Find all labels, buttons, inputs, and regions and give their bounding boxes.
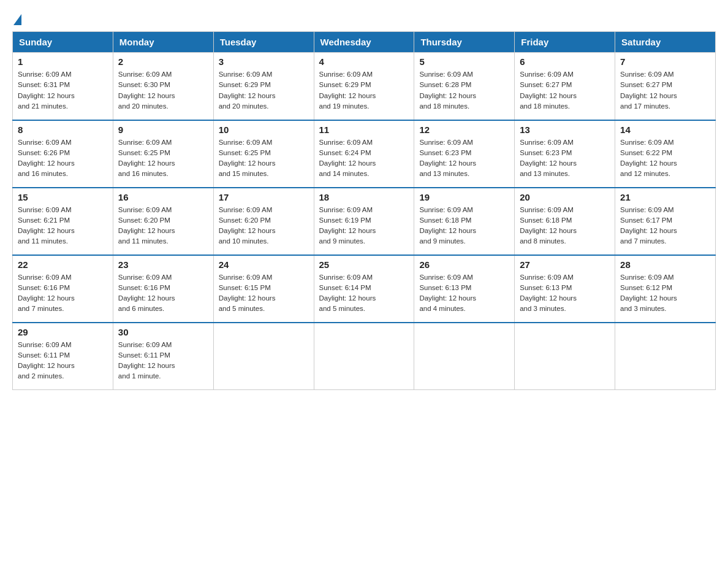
- calendar-cell: 28Sunrise: 6:09 AMSunset: 6:12 PMDayligh…: [615, 255, 716, 323]
- day-info: Sunrise: 6:09 AMSunset: 6:16 PMDaylight:…: [18, 272, 108, 315]
- weekday-header-thursday: Thursday: [414, 32, 515, 53]
- day-info: Sunrise: 6:09 AMSunset: 6:25 PMDaylight:…: [118, 137, 208, 180]
- day-info: Sunrise: 6:09 AMSunset: 6:25 PMDaylight:…: [219, 137, 309, 180]
- calendar-cell: 19Sunrise: 6:09 AMSunset: 6:18 PMDayligh…: [414, 188, 515, 255]
- day-info: Sunrise: 6:09 AMSunset: 6:29 PMDaylight:…: [219, 69, 309, 112]
- day-number: 20: [520, 192, 610, 202]
- day-info: Sunrise: 6:09 AMSunset: 6:21 PMDaylight:…: [18, 205, 108, 247]
- day-info: Sunrise: 6:09 AMSunset: 6:20 PMDaylight:…: [118, 205, 208, 247]
- page-header: [12, 12, 716, 25]
- calendar-week-row: 15Sunrise: 6:09 AMSunset: 6:21 PMDayligh…: [13, 188, 716, 255]
- day-number: 25: [319, 259, 409, 270]
- calendar-cell: 20Sunrise: 6:09 AMSunset: 6:18 PMDayligh…: [515, 188, 615, 255]
- day-number: 26: [419, 259, 509, 270]
- day-number: 9: [118, 124, 208, 135]
- day-info: Sunrise: 6:09 AMSunset: 6:19 PMDaylight:…: [319, 205, 409, 247]
- calendar-week-row: 22Sunrise: 6:09 AMSunset: 6:16 PMDayligh…: [13, 255, 716, 323]
- day-info: Sunrise: 6:09 AMSunset: 6:13 PMDaylight:…: [520, 272, 610, 315]
- day-info: Sunrise: 6:09 AMSunset: 6:23 PMDaylight:…: [520, 137, 610, 180]
- calendar-header-row: SundayMondayTuesdayWednesdayThursdayFrid…: [13, 32, 716, 53]
- calendar-cell: 22Sunrise: 6:09 AMSunset: 6:16 PMDayligh…: [13, 255, 113, 323]
- day-number: 19: [419, 192, 509, 202]
- logo-triangle-icon: [13, 14, 21, 25]
- calendar-table: SundayMondayTuesdayWednesdayThursdayFrid…: [12, 31, 716, 390]
- calendar-cell: 12Sunrise: 6:09 AMSunset: 6:23 PMDayligh…: [414, 120, 515, 188]
- calendar-cell: 27Sunrise: 6:09 AMSunset: 6:13 PMDayligh…: [515, 255, 615, 323]
- day-number: 21: [620, 192, 710, 202]
- day-info: Sunrise: 6:09 AMSunset: 6:30 PMDaylight:…: [118, 69, 208, 112]
- calendar-cell: [414, 323, 515, 390]
- weekday-header-wednesday: Wednesday: [314, 32, 414, 53]
- day-number: 8: [18, 124, 108, 135]
- weekday-header-sunday: Sunday: [13, 32, 113, 53]
- calendar-cell: 9Sunrise: 6:09 AMSunset: 6:25 PMDaylight…: [113, 120, 213, 188]
- calendar-week-row: 1Sunrise: 6:09 AMSunset: 6:31 PMDaylight…: [13, 53, 716, 120]
- calendar-cell: 30Sunrise: 6:09 AMSunset: 6:11 PMDayligh…: [113, 323, 213, 390]
- day-number: 3: [219, 56, 309, 67]
- day-number: 18: [319, 192, 409, 202]
- day-info: Sunrise: 6:09 AMSunset: 6:13 PMDaylight:…: [419, 272, 509, 315]
- calendar-cell: 7Sunrise: 6:09 AMSunset: 6:27 PMDaylight…: [615, 53, 716, 120]
- day-number: 15: [18, 192, 108, 202]
- day-info: Sunrise: 6:09 AMSunset: 6:16 PMDaylight:…: [118, 272, 208, 315]
- calendar-cell: 3Sunrise: 6:09 AMSunset: 6:29 PMDaylight…: [213, 53, 314, 120]
- calendar-cell: 17Sunrise: 6:09 AMSunset: 6:20 PMDayligh…: [213, 188, 314, 255]
- calendar-cell: 6Sunrise: 6:09 AMSunset: 6:27 PMDaylight…: [515, 53, 615, 120]
- calendar-cell: 23Sunrise: 6:09 AMSunset: 6:16 PMDayligh…: [113, 255, 213, 323]
- day-info: Sunrise: 6:09 AMSunset: 6:14 PMDaylight:…: [319, 272, 409, 315]
- calendar-cell: 16Sunrise: 6:09 AMSunset: 6:20 PMDayligh…: [113, 188, 213, 255]
- calendar-cell: 10Sunrise: 6:09 AMSunset: 6:25 PMDayligh…: [213, 120, 314, 188]
- logo: [12, 12, 21, 25]
- day-number: 11: [319, 124, 409, 135]
- day-info: Sunrise: 6:09 AMSunset: 6:29 PMDaylight:…: [319, 69, 409, 112]
- day-info: Sunrise: 6:09 AMSunset: 6:11 PMDaylight:…: [18, 340, 108, 382]
- calendar-cell: 4Sunrise: 6:09 AMSunset: 6:29 PMDaylight…: [314, 53, 414, 120]
- weekday-header-friday: Friday: [515, 32, 615, 53]
- day-number: 10: [219, 124, 309, 135]
- weekday-header-tuesday: Tuesday: [213, 32, 314, 53]
- day-number: 6: [520, 56, 610, 67]
- day-info: Sunrise: 6:09 AMSunset: 6:20 PMDaylight:…: [219, 205, 309, 247]
- day-number: 13: [520, 124, 610, 135]
- calendar-week-row: 8Sunrise: 6:09 AMSunset: 6:26 PMDaylight…: [13, 120, 716, 188]
- calendar-cell: 5Sunrise: 6:09 AMSunset: 6:28 PMDaylight…: [414, 53, 515, 120]
- day-info: Sunrise: 6:09 AMSunset: 6:22 PMDaylight:…: [620, 137, 710, 180]
- day-info: Sunrise: 6:09 AMSunset: 6:12 PMDaylight:…: [620, 272, 710, 315]
- calendar-cell: 26Sunrise: 6:09 AMSunset: 6:13 PMDayligh…: [414, 255, 515, 323]
- day-info: Sunrise: 6:09 AMSunset: 6:17 PMDaylight:…: [620, 205, 710, 247]
- calendar-cell: 14Sunrise: 6:09 AMSunset: 6:22 PMDayligh…: [615, 120, 716, 188]
- day-number: 24: [219, 259, 309, 270]
- calendar-cell: 24Sunrise: 6:09 AMSunset: 6:15 PMDayligh…: [213, 255, 314, 323]
- day-number: 2: [118, 56, 208, 67]
- day-number: 28: [620, 259, 710, 270]
- day-number: 17: [219, 192, 309, 202]
- day-info: Sunrise: 6:09 AMSunset: 6:27 PMDaylight:…: [520, 69, 610, 112]
- calendar-cell: 21Sunrise: 6:09 AMSunset: 6:17 PMDayligh…: [615, 188, 716, 255]
- day-number: 1: [18, 56, 108, 67]
- calendar-cell: 25Sunrise: 6:09 AMSunset: 6:14 PMDayligh…: [314, 255, 414, 323]
- weekday-header-monday: Monday: [113, 32, 213, 53]
- day-number: 14: [620, 124, 710, 135]
- day-info: Sunrise: 6:09 AMSunset: 6:15 PMDaylight:…: [219, 272, 309, 315]
- day-info: Sunrise: 6:09 AMSunset: 6:28 PMDaylight:…: [419, 69, 509, 112]
- calendar-cell: 8Sunrise: 6:09 AMSunset: 6:26 PMDaylight…: [13, 120, 113, 188]
- calendar-cell: 29Sunrise: 6:09 AMSunset: 6:11 PMDayligh…: [13, 323, 113, 390]
- calendar-cell: 2Sunrise: 6:09 AMSunset: 6:30 PMDaylight…: [113, 53, 213, 120]
- day-number: 22: [18, 259, 108, 270]
- day-info: Sunrise: 6:09 AMSunset: 6:18 PMDaylight:…: [520, 205, 610, 247]
- calendar-cell: [615, 323, 716, 390]
- calendar-cell: 18Sunrise: 6:09 AMSunset: 6:19 PMDayligh…: [314, 188, 414, 255]
- calendar-cell: [515, 323, 615, 390]
- day-number: 7: [620, 56, 710, 67]
- calendar-cell: [213, 323, 314, 390]
- calendar-cell: 13Sunrise: 6:09 AMSunset: 6:23 PMDayligh…: [515, 120, 615, 188]
- day-info: Sunrise: 6:09 AMSunset: 6:23 PMDaylight:…: [419, 137, 509, 180]
- day-info: Sunrise: 6:09 AMSunset: 6:24 PMDaylight:…: [319, 137, 409, 180]
- day-info: Sunrise: 6:09 AMSunset: 6:27 PMDaylight:…: [620, 69, 710, 112]
- day-number: 27: [520, 259, 610, 270]
- day-number: 12: [419, 124, 509, 135]
- calendar-week-row: 29Sunrise: 6:09 AMSunset: 6:11 PMDayligh…: [13, 323, 716, 390]
- day-number: 23: [118, 259, 208, 270]
- day-info: Sunrise: 6:09 AMSunset: 6:31 PMDaylight:…: [18, 69, 108, 112]
- calendar-cell: 1Sunrise: 6:09 AMSunset: 6:31 PMDaylight…: [13, 53, 113, 120]
